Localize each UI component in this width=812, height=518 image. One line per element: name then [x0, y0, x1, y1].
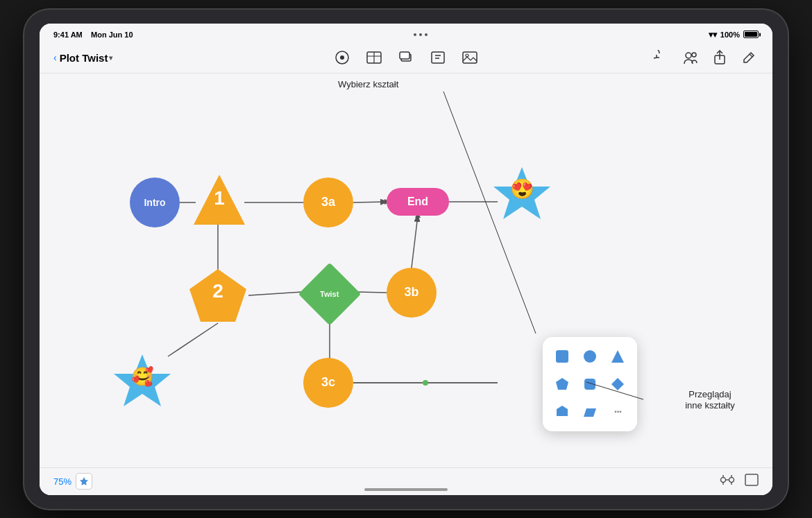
svg-line-19 [353, 202, 387, 202]
svg-line-25 [168, 323, 218, 356]
share-button[interactable] [710, 48, 729, 67]
circle-3c-label: 3c [321, 375, 335, 390]
table-tool-button[interactable] [364, 48, 384, 67]
status-time: 9:41 AM Mon Jun 10 [53, 31, 133, 39]
time-display: 9:41 AM [53, 31, 83, 39]
pentagon-2-node[interactable]: 2 [187, 266, 249, 325]
dot-2 [419, 33, 422, 36]
svg-point-12 [686, 53, 691, 58]
circle-3a-label: 3a [321, 195, 335, 209]
collaborate-button[interactable] [681, 48, 700, 67]
shape-picker-rounded-square[interactable] [577, 372, 602, 397]
callout-top-text: Wybierz kształt [338, 79, 398, 91]
svg-marker-40 [611, 378, 624, 390]
svg-point-36 [584, 350, 596, 363]
svg-marker-41 [557, 406, 568, 416]
chevron-left-icon: ‹ [53, 52, 57, 63]
svg-line-22 [248, 292, 302, 295]
main-canvas[interactable]: Intro 1 3a End 😍 [40, 74, 772, 467]
media-tool-button[interactable] [460, 48, 480, 67]
status-dots [414, 33, 428, 36]
battery-tip [759, 33, 761, 36]
back-button[interactable]: ‹ [53, 52, 57, 63]
toolbar-left: ‹ Plot Twist ▾ [53, 52, 164, 64]
star-top-emoji: 😍 [510, 178, 534, 200]
view-mode-button[interactable] [745, 474, 759, 490]
dot-1 [414, 33, 416, 36]
shape-picker-parallelogram[interactable] [577, 399, 602, 424]
intro-node[interactable]: Intro [130, 178, 180, 227]
circle-3a-node[interactable]: 3a [303, 178, 353, 227]
svg-rect-7 [432, 52, 444, 63]
star-bottom-emoji: 🥰 [131, 366, 153, 388]
svg-rect-35 [556, 350, 568, 363]
callout-right-text: Przeglądaj inne kształty [668, 389, 752, 413]
shape-picker-triangle[interactable] [605, 344, 630, 369]
status-bar: 9:41 AM Mon Jun 10 ▾▾ 100% [40, 24, 772, 43]
home-indicator [364, 488, 448, 491]
end-node[interactable]: End [387, 188, 449, 216]
shape-picker-pentagon[interactable] [550, 372, 575, 397]
svg-marker-37 [611, 350, 624, 363]
svg-line-16 [750, 54, 752, 57]
shape-picker-diamond[interactable] [605, 372, 630, 397]
layers-tool-button[interactable] [396, 48, 416, 67]
svg-rect-10 [463, 52, 477, 63]
zoom-level[interactable]: 75% [53, 476, 71, 487]
zoom-star-button[interactable] [76, 473, 92, 490]
circle-3b-label: 3b [404, 285, 418, 300]
svg-marker-42 [584, 408, 596, 417]
shape-picker-more[interactable]: ··· [605, 399, 630, 424]
svg-rect-39 [584, 379, 595, 390]
toolbar-center [164, 48, 648, 67]
shape-picker-panel[interactable]: ··· [543, 337, 637, 431]
shape-picker-square[interactable] [550, 344, 575, 369]
shape-picker-pentagon-alt[interactable] [550, 399, 575, 424]
svg-point-1 [340, 55, 344, 60]
shapes-tool-button[interactable] [332, 48, 352, 67]
bottom-right-icons [720, 474, 759, 490]
star-emoji-bottom-node[interactable]: 🥰 [111, 351, 174, 413]
text-tool-button[interactable] [428, 48, 448, 67]
zoom-area: 75% [53, 473, 92, 490]
shape-picker-circle[interactable] [577, 344, 602, 369]
triangle-1-node[interactable]: 1 [191, 172, 248, 227]
diamond-twist-node[interactable]: Twist [302, 266, 357, 322]
svg-rect-53 [745, 474, 758, 485]
ipad-outer: 9:41 AM Mon Jun 10 ▾▾ 100% [24, 10, 788, 509]
end-label: End [407, 196, 428, 208]
pentagon-2-label: 2 [212, 280, 223, 302]
toolbar-right [648, 48, 759, 67]
callout-top-label: Wybierz kształt [338, 79, 398, 89]
dot-3 [425, 33, 428, 36]
svg-point-46 [721, 477, 726, 482]
svg-point-28 [423, 380, 428, 386]
svg-point-47 [729, 477, 734, 482]
battery-percent: 100% [720, 31, 740, 39]
status-indicators: ▾▾ 100% [709, 30, 759, 40]
arrange-button[interactable] [720, 474, 735, 490]
svg-line-23 [357, 292, 387, 293]
circle-3c-node[interactable]: 3c [303, 358, 353, 408]
callout-right-label: Przeglądaj inne kształty [685, 389, 735, 411]
battery-fill [745, 32, 757, 37]
title-dropdown-icon: ▾ [109, 54, 112, 62]
edit-button[interactable] [739, 48, 759, 67]
intro-label: Intro [144, 197, 165, 208]
date-display: Mon Jun 10 [91, 31, 133, 39]
document-title-button[interactable]: Plot Twist ▾ [60, 52, 113, 64]
svg-point-13 [692, 53, 696, 57]
svg-marker-45 [80, 477, 88, 485]
toolbar: ‹ Plot Twist ▾ [40, 43, 772, 74]
star-emoji-top-node[interactable]: 😍 [491, 164, 553, 223]
ipad-screen: 9:41 AM Mon Jun 10 ▾▾ 100% [40, 24, 772, 495]
bottom-bar: 75% [40, 467, 772, 495]
circle-3b-node[interactable]: 3b [387, 268, 437, 318]
diamond-twist-label: Twist [320, 289, 339, 297]
triangle-1-label: 1 [214, 187, 225, 209]
battery-icon [743, 31, 759, 38]
wifi-icon: ▾▾ [709, 30, 717, 40]
svg-marker-38 [556, 378, 568, 390]
svg-rect-6 [400, 52, 409, 59]
history-button[interactable] [652, 48, 671, 67]
